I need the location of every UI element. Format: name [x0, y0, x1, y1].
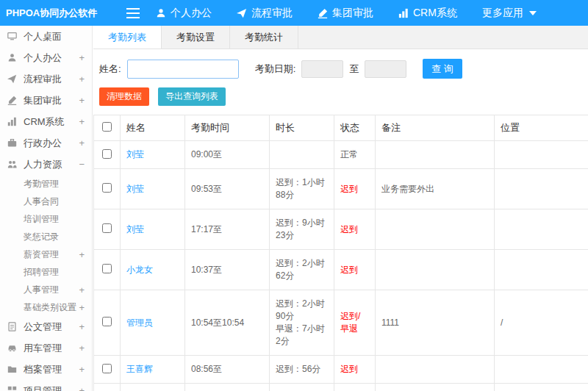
name-input[interactable]: [127, 60, 239, 79]
sidebar: 个人桌面 个人办公 + 流程审批 + 集团审批 + CRM系统 + 行政办公 +: [0, 26, 93, 391]
date-from-input[interactable]: [301, 60, 343, 78]
sidebar-item-label: 个人桌面: [24, 30, 77, 43]
attendance-time: 10:37至: [185, 250, 270, 290]
sidebar-subitem-basic-category[interactable]: 基础类别设置 +: [0, 298, 92, 316]
sidebar-item-personal-desktop[interactable]: 个人桌面: [0, 26, 92, 47]
sidebar-item-crm[interactable]: CRM系统 +: [0, 111, 92, 132]
nav-more-apps[interactable]: 更多应用: [482, 7, 537, 20]
location: /: [495, 290, 588, 356]
row-checkbox[interactable]: [102, 317, 112, 326]
sidebar-item-project[interactable]: 项目管理 +: [0, 380, 92, 391]
sidebar-subitem-training[interactable]: 培训管理: [0, 210, 92, 228]
sidebar-subitem-recruitment[interactable]: 招聘管理: [0, 263, 92, 281]
expander-plus-icon[interactable]: +: [77, 73, 85, 85]
attendance-time: 09:00至: [185, 141, 270, 169]
remark: 1111: [376, 290, 495, 356]
sidebar-item-label: CRM系统: [24, 115, 77, 129]
users-icon: [7, 159, 19, 169]
remark: [376, 384, 495, 391]
expander-plus-icon[interactable]: +: [77, 342, 85, 354]
expander-minus-icon[interactable]: −: [77, 159, 85, 170]
status-badge: 迟到: [334, 209, 376, 250]
nav-group-approval[interactable]: 集团审批: [318, 7, 373, 20]
expander-plus-icon[interactable]: +: [77, 137, 85, 148]
employee-name-link[interactable]: 王喜辉: [126, 364, 153, 374]
sidebar-item-document[interactable]: 公文管理 +: [0, 316, 92, 337]
col-header-status: 状态: [334, 115, 376, 141]
grid-icon: [7, 386, 19, 391]
col-header-duration: 时长: [270, 115, 334, 141]
nav-label: CRM系统: [413, 7, 457, 20]
col-header-name: 姓名: [121, 115, 185, 141]
sidebar-subitem-personnel[interactable]: 人事管理 +: [0, 281, 92, 298]
expander-plus-icon[interactable]: +: [77, 249, 85, 260]
sidebar-item-label: 人力资源: [24, 158, 77, 171]
expander-plus-icon[interactable]: +: [77, 302, 85, 313]
nav-process-approval[interactable]: 流程审批: [237, 7, 293, 20]
sidebar-item-hr[interactable]: 人力资源 −: [0, 154, 92, 175]
sidebar-subitem-hr-contract[interactable]: 人事合同: [0, 193, 92, 210]
sidebar-subitem-reward-punishment[interactable]: 奖惩记录: [0, 228, 92, 245]
table-row: 刘莹 09:00至 正常: [94, 141, 588, 169]
sidebar-subitem-label: 基础类别设置: [24, 301, 77, 314]
edit-icon: [318, 8, 328, 18]
nav-label: 流程审批: [251, 7, 293, 20]
tab-attendance-stats[interactable]: 考勤统计: [230, 26, 298, 49]
employee-name-link[interactable]: 小龙女: [126, 265, 153, 275]
chart-icon: [7, 117, 19, 126]
sidebar-item-process-approval[interactable]: 流程审批 +: [0, 68, 92, 90]
sidebar-subitem-salary[interactable]: 薪资管理 +: [0, 245, 92, 263]
row-checkbox[interactable]: [102, 223, 112, 233]
remark: [376, 209, 495, 250]
col-header-time: 考勤时间: [185, 115, 270, 141]
clean-data-button[interactable]: 清理数据: [99, 87, 149, 106]
sidebar-item-label: 行政办公: [24, 137, 77, 150]
location: [495, 209, 588, 250]
to-label: 至: [349, 62, 359, 76]
expander-plus-icon[interactable]: +: [77, 321, 85, 332]
employee-name-link[interactable]: 刘莹: [126, 224, 144, 234]
date-label: 考勤日期:: [255, 62, 296, 76]
expander-plus-icon[interactable]: +: [77, 284, 85, 295]
row-checkbox[interactable]: [102, 264, 112, 273]
sidebar-item-vehicle[interactable]: 用车管理 +: [0, 337, 92, 359]
sidebar-item-personal-office[interactable]: 个人办公 +: [0, 47, 92, 68]
status-badge: 迟到/早退: [334, 290, 376, 356]
sidebar-item-group-approval[interactable]: 集团审批 +: [0, 90, 92, 111]
expander-plus-icon[interactable]: +: [77, 385, 85, 391]
table-row: 王喜辉 08:56至 迟到：56分 迟到: [94, 356, 588, 384]
employee-name-link[interactable]: 刘莹: [126, 149, 144, 159]
duration: 迟到：2小时62分: [270, 250, 334, 290]
row-checkbox[interactable]: [102, 364, 112, 373]
sidebar-item-label: 个人办公: [24, 51, 77, 65]
tab-attendance-list[interactable]: 考勤列表: [93, 26, 162, 49]
select-all-checkbox[interactable]: [102, 122, 112, 132]
expander-plus-icon[interactable]: +: [77, 116, 85, 127]
table-row: 黄莺 13:20至13:20 迟到：5小时33分 早退：4小时67分 迟到/早退…: [94, 384, 588, 391]
sidebar-item-archive[interactable]: 档案管理 +: [0, 359, 92, 380]
expander-plus-icon[interactable]: +: [77, 95, 85, 106]
status-badge: 迟到: [334, 250, 376, 290]
menu-toggle-icon[interactable]: [126, 8, 140, 18]
nav-crm[interactable]: CRM系统: [398, 7, 457, 20]
search-button[interactable]: 查 询: [423, 59, 462, 79]
employee-name-link[interactable]: 刘莹: [126, 184, 144, 194]
expander-plus-icon[interactable]: +: [77, 364, 85, 375]
tab-attendance-settings[interactable]: 考勤设置: [162, 26, 230, 49]
car-icon: [7, 343, 19, 353]
sidebar-subitem-label: 培训管理: [24, 213, 77, 226]
app-logo[interactable]: PHPOA协同办公软件: [0, 7, 96, 20]
sidebar-item-label: 公文管理: [24, 320, 77, 334]
employee-name-link[interactable]: 管理员: [126, 318, 153, 328]
export-list-button[interactable]: 导出查询列表: [158, 87, 226, 106]
table-row: 小龙女 10:37至 迟到：2小时62分 迟到: [94, 250, 588, 290]
row-checkbox[interactable]: [102, 149, 112, 159]
expander-plus-icon[interactable]: +: [77, 52, 85, 63]
duration: 迟到：2小时90分 早退：7小时2分: [270, 290, 334, 356]
sidebar-item-admin-office[interactable]: 行政办公 +: [0, 132, 92, 154]
status-badge: 迟到: [334, 356, 376, 384]
date-to-input[interactable]: [365, 60, 406, 78]
sidebar-subitem-attendance[interactable]: 考勤管理: [0, 175, 92, 193]
nav-personal-office[interactable]: 个人办公: [156, 7, 212, 20]
row-checkbox[interactable]: [102, 183, 112, 193]
